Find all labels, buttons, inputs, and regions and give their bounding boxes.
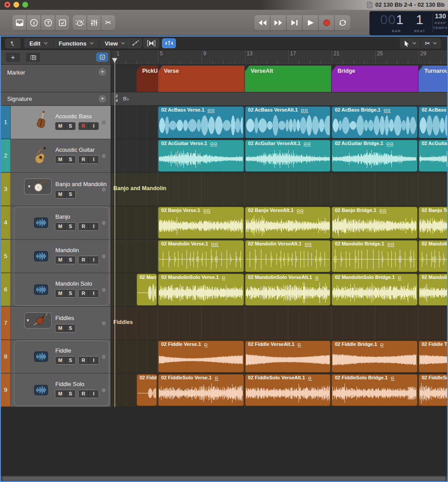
track-header-fiddle-solo[interactable]: 9Fiddle SoloMSRI <box>1 374 111 407</box>
record-enable-button[interactable]: R <box>79 256 88 264</box>
input-monitor-button[interactable]: I <box>89 223 99 230</box>
audio-region[interactable]: 02 AcBass VerseAlt.1ΩΩ <box>245 106 331 138</box>
catch-playhead-button[interactable] <box>162 38 176 48</box>
track-lane-4[interactable]: 02 Banjo Verse.1ΩΩ02 Banjo VerseAlt.1ΩΩ0… <box>111 206 447 240</box>
smart-controls-button[interactable] <box>73 15 87 30</box>
mute-button[interactable]: M <box>55 290 65 297</box>
mute-button[interactable]: M <box>55 357 65 364</box>
mute-button[interactable]: M <box>55 256 65 264</box>
input-monitor-button[interactable]: I <box>89 357 99 364</box>
go-to-end-button[interactable] <box>286 15 302 30</box>
add-marker-button[interactable]: + <box>99 68 106 76</box>
solo-button[interactable]: S <box>66 290 75 297</box>
audio-region[interactable]: 02 AcBass Verse.1ΩΩ <box>158 106 244 138</box>
solo-button[interactable]: S <box>66 156 75 163</box>
audio-region[interactable]: 02 AcGuitar Turnaround.1ΩΩ <box>419 140 447 172</box>
folder-disclosure-button[interactable]: ▼ <box>24 179 52 195</box>
audio-region[interactable]: 02 Fiddle VerseAlt.1Ω <box>245 341 331 373</box>
scissors-button[interactable]: ✂ <box>101 15 115 30</box>
automation-button[interactable] <box>129 38 142 48</box>
marker-track-header[interactable]: Marker + <box>1 65 111 92</box>
solo-button[interactable]: S <box>66 191 75 198</box>
rewind-button[interactable] <box>254 15 270 30</box>
duplicate-track-button[interactable] <box>25 52 41 62</box>
arrangement-marker-versealt[interactable]: VerseAlt <box>245 66 332 92</box>
audio-region[interactable]: 02 FiddleSolo Verse.1Ω <box>158 374 244 406</box>
help-button[interactable]: ? <box>41 15 55 30</box>
track-header-acoustic-bass[interactable]: 1Acoustic BassMSRI <box>1 106 111 139</box>
library-button[interactable] <box>12 15 26 30</box>
record-enable-button[interactable]: R <box>79 290 88 297</box>
input-monitor-button[interactable]: I <box>89 256 99 264</box>
audio-region[interactable]: 02 Mandolin VerseAlt.1ΩΩ <box>245 240 331 272</box>
audio-region[interactable]: 02 FiddleSolo Turnaround.1Ω <box>419 374 447 406</box>
record-enable-button[interactable]: R <box>79 156 88 163</box>
track-lane-8[interactable]: 02 Fiddle Verse.1Ω02 Fiddle VerseAlt.1Ω0… <box>111 340 447 374</box>
mute-button[interactable]: M <box>55 324 65 332</box>
mute-button[interactable]: M <box>55 223 65 230</box>
record-enable-button[interactable]: R <box>79 122 88 130</box>
audio-region[interactable]: 02 Fiddle Turnaround.1Ω <box>419 341 447 373</box>
track-lane-1[interactable]: 02 AcBass Verse.1ΩΩ02 AcBass VerseAlt.1Ω… <box>111 106 447 139</box>
solo-button[interactable]: S <box>66 256 75 264</box>
track-header-fiddle[interactable]: 8FiddleMSRI <box>1 340 111 374</box>
audio-region[interactable]: 02 Banjo VerseAlt.1ΩΩ <box>245 207 331 239</box>
zoom-window-button[interactable] <box>22 2 28 8</box>
mute-button[interactable]: M <box>55 156 65 163</box>
track-lane-9[interactable]: 02 Fidd02 FiddleSolo Verse.1Ω02 FiddleSo… <box>111 374 447 407</box>
record-enable-button[interactable]: R <box>79 357 88 364</box>
audio-region[interactable]: 02 MandolinSolo Verse.1Ω <box>158 274 244 306</box>
signature-track-header[interactable]: Signature + <box>1 92 111 106</box>
up-back-button[interactable] <box>5 38 21 48</box>
audio-region[interactable]: 02 Mandolin Verse.1ΩΩ <box>158 240 244 272</box>
solo-button[interactable]: S <box>66 390 75 398</box>
mute-button[interactable]: M <box>55 390 65 398</box>
arrangement-marker-turnaround[interactable]: Turnaround <box>419 66 447 92</box>
input-monitor-button[interactable]: I <box>89 290 99 297</box>
audio-region[interactable]: 02 Mandolin Bridge.1ΩΩ <box>332 240 418 272</box>
record-enable-button[interactable]: R <box>79 390 88 398</box>
audio-region[interactable]: 02 Mandolin Turnaround.1ΩΩ <box>419 240 447 272</box>
lcd-display[interactable]: 001 1 BAR BEAT 130 KEEP TEMPO <box>369 11 448 35</box>
solo-button[interactable]: S <box>66 223 75 230</box>
input-monitor-button[interactable]: I <box>89 156 99 163</box>
track-lane-2[interactable]: 02 AcGuitar Verse.1ΩΩ02 AcGuitar VerseAl… <box>111 139 447 173</box>
audio-region[interactable]: 02 MandolinSolo Bridge.1Ω <box>332 274 418 306</box>
track-header-fiddles[interactable]: 7▼FiddlesMS <box>1 307 111 340</box>
pointer-tool[interactable] <box>400 38 420 49</box>
track-lane-3[interactable]: Banjo and Mandolin <box>111 173 447 206</box>
flex-button[interactable] <box>143 38 159 48</box>
track-header-mandolin[interactable]: 5MandolinMSRI <box>1 240 111 273</box>
record-enable-button[interactable]: R <box>79 223 88 230</box>
arrangement-marker-verse[interactable]: Verse <box>158 66 245 92</box>
track-header-banjo[interactable]: 4BanjoMSRI <box>1 206 111 240</box>
fast-forward-button[interactable] <box>270 15 286 30</box>
checklist-button[interactable] <box>55 15 69 30</box>
close-window-button[interactable] <box>4 2 10 8</box>
audio-region[interactable]: 02 MandolinSolo Turnaround.1Ω <box>419 274 447 306</box>
mute-button[interactable]: M <box>55 122 65 130</box>
audio-region[interactable]: 02 Fiddle Verse.1Ω <box>158 341 244 373</box>
audio-region[interactable]: 02 AcBass Turnaround.1ΩΩ <box>419 106 447 138</box>
info-button[interactable]: i <box>27 15 41 30</box>
scrollbar-thumb[interactable] <box>2 477 446 481</box>
edit-menu[interactable]: Edit <box>24 38 53 48</box>
scissors-tool[interactable]: ✂ <box>421 38 441 49</box>
record-button[interactable] <box>319 15 334 30</box>
functions-menu[interactable]: Functions <box>54 38 99 48</box>
solo-button[interactable]: S <box>66 122 75 130</box>
input-monitor-button[interactable]: I <box>89 390 99 398</box>
arrangement-marker-pickup[interactable]: PickUp <box>137 66 158 92</box>
add-track-button[interactable]: + <box>5 52 21 62</box>
view-menu[interactable]: View <box>100 38 130 48</box>
track-lane-5[interactable]: 02 Mandolin Verse.1ΩΩ02 Mandolin VerseAl… <box>111 240 447 273</box>
minimize-window-button[interactable] <box>13 2 19 8</box>
track-header-mandolin-solo[interactable]: 6Mandolin SoloMSRI <box>1 273 111 307</box>
audio-region[interactable]: 02 Fidd <box>137 374 158 406</box>
track-lane-6[interactable]: 02 Man02 MandolinSolo Verse.1Ω02 Mandoli… <box>111 273 447 307</box>
horizontal-scrollbar[interactable] <box>1 475 447 481</box>
audio-region[interactable]: 02 Banjo Turnaround.1ΩΩ <box>419 207 447 239</box>
cycle-button[interactable] <box>335 15 350 30</box>
playhead-handle[interactable] <box>112 58 117 63</box>
audio-region[interactable]: 02 FiddleSolo VerseAlt.1Ω <box>245 374 331 406</box>
